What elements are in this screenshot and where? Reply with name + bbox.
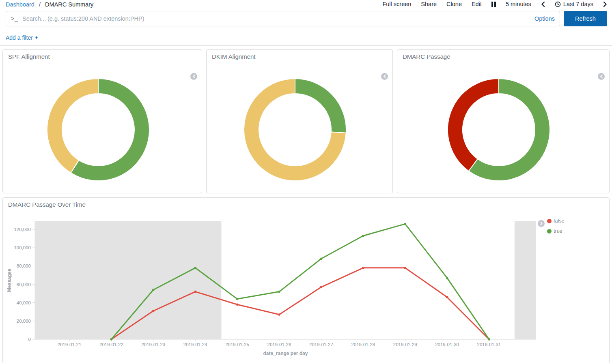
breadcrumb-dashboard-link[interactable]: Dashboard xyxy=(6,1,34,8)
share-button[interactable]: Share xyxy=(421,1,437,7)
svg-text:2019-01-22: 2019-01-22 xyxy=(99,342,123,347)
spf-alignment-donut-chart[interactable] xyxy=(43,75,153,184)
panel-title-over-time: DMARC Passage Over Time xyxy=(8,201,86,208)
plus-icon: + xyxy=(34,34,38,41)
filter-bar: Add a filter+ xyxy=(6,34,38,41)
dmarc-passage-donut-chart[interactable] xyxy=(444,75,554,184)
svg-text:Messages: Messages xyxy=(6,268,12,292)
chevron-right-icon xyxy=(540,222,543,225)
pause-icon[interactable] xyxy=(491,2,496,7)
svg-text:2019-01-31: 2019-01-31 xyxy=(477,342,501,347)
true-series-dot-icon xyxy=(547,229,552,233)
svg-text:40,000: 40,000 xyxy=(17,300,31,305)
add-filter-label: Add a filter xyxy=(6,34,33,41)
dkim-alignment-donut-chart[interactable] xyxy=(240,75,350,184)
refresh-button[interactable]: Refresh xyxy=(564,11,607,26)
svg-text:2019-01-28: 2019-01-28 xyxy=(351,342,375,347)
svg-text:80,000: 80,000 xyxy=(17,263,31,268)
top-bar: Dashboard / DMARC Summary Full screen Sh… xyxy=(0,0,612,10)
time-range-label: Last 7 days xyxy=(563,1,593,7)
panel-title-dmarc: DMARC Passage xyxy=(403,53,450,60)
time-forward-button[interactable] xyxy=(603,1,607,7)
panel-dmarc-passage-over-time: 020,00040,00060,00080,000100,000120,0002… xyxy=(2,197,610,363)
filter-bar-divider xyxy=(0,45,612,46)
svg-text:2019-01-24: 2019-01-24 xyxy=(183,342,207,347)
search-box: >_ Options xyxy=(6,11,560,26)
svg-text:2019-01-26: 2019-01-26 xyxy=(267,342,291,347)
svg-text:2019-01-23: 2019-01-23 xyxy=(141,342,165,347)
clone-button[interactable]: Clone xyxy=(446,1,462,7)
edit-button[interactable]: Edit xyxy=(472,1,482,7)
panel-dkim-alignment: DKIM Alignment xyxy=(206,49,393,193)
dmarc-over-time-line-chart[interactable]: 020,00040,00060,00080,000100,000120,0002… xyxy=(3,198,610,364)
breadcrumb-separator: / xyxy=(39,1,41,8)
svg-text:2019-01-25: 2019-01-25 xyxy=(225,342,249,347)
query-bar: >_ Options Refresh xyxy=(6,11,607,26)
svg-text:120,000: 120,000 xyxy=(14,227,31,232)
chevron-left-icon xyxy=(541,1,545,7)
svg-text:0: 0 xyxy=(28,337,31,342)
panel-dmarc-passage: DMARC Passage xyxy=(397,49,610,193)
add-filter-link[interactable]: Add a filter+ xyxy=(6,34,38,41)
legend-item-true[interactable]: true xyxy=(547,228,564,234)
svg-text:2019-01-27: 2019-01-27 xyxy=(309,342,333,347)
breadcrumb: Dashboard / DMARC Summary xyxy=(6,1,93,8)
svg-text:date_range per day: date_range per day xyxy=(263,351,308,356)
false-series-dot-icon xyxy=(547,219,552,223)
panel-title-dkim: DKIM Alignment xyxy=(212,53,256,60)
svg-text:60,000: 60,000 xyxy=(17,282,31,287)
svg-text:20,000: 20,000 xyxy=(17,319,31,323)
time-back-button[interactable] xyxy=(541,1,545,7)
query-prompt-icon: >_ xyxy=(11,15,18,22)
svg-text:100,000: 100,000 xyxy=(14,245,31,250)
legend-toggle-button[interactable] xyxy=(190,73,197,80)
clock-icon xyxy=(555,1,561,7)
legend-toggle-button[interactable] xyxy=(598,73,605,80)
time-range-button[interactable]: Last 7 days xyxy=(555,1,593,7)
page-title: DMARC Summary xyxy=(45,1,93,8)
svg-text:2019-01-29: 2019-01-29 xyxy=(393,342,417,347)
full-screen-button[interactable]: Full screen xyxy=(382,1,411,7)
panel-title-spf: SPF Allignment xyxy=(8,53,50,60)
chevron-left-icon xyxy=(600,75,603,78)
chevron-right-icon xyxy=(603,1,607,7)
refresh-interval-button[interactable]: 5 minutes xyxy=(506,1,531,7)
legend-item-false[interactable]: false xyxy=(547,218,564,224)
legend-label-false: false xyxy=(554,218,564,224)
svg-text:2019-01-30: 2019-01-30 xyxy=(435,342,459,347)
svg-text:2019-01-21: 2019-01-21 xyxy=(58,342,82,347)
legend-toggle-button[interactable] xyxy=(538,220,545,227)
panel-spf-alignment: SPF Allignment xyxy=(2,49,202,193)
chart-legend: false true xyxy=(547,218,564,238)
chevron-left-icon xyxy=(383,75,386,78)
legend-toggle-button[interactable] xyxy=(381,73,388,80)
legend-label-true: true xyxy=(554,228,562,234)
top-nav-menu: Full screen Share Clone Edit 5 minutes L… xyxy=(382,1,607,7)
search-input[interactable] xyxy=(22,15,530,22)
options-link[interactable]: Options xyxy=(534,15,555,22)
chevron-left-icon xyxy=(192,75,196,78)
